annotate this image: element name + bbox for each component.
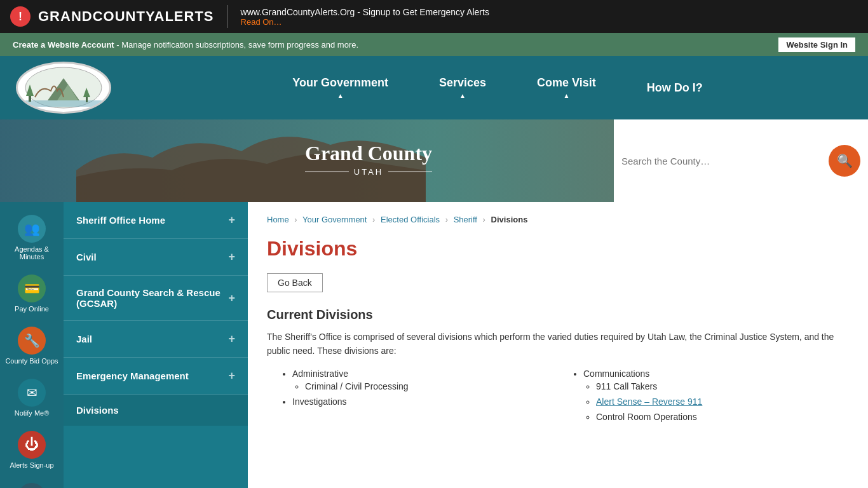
expand-icon: + — [228, 214, 235, 227]
agendas-icon: 👥 — [18, 215, 46, 243]
notify-me-icon: ✉ — [18, 379, 46, 407]
search-icon: 🔍 — [837, 153, 853, 168]
grand-county-divider: UTAH — [305, 167, 432, 177]
expand-icon: + — [228, 292, 235, 305]
list-item: Criminal / Civil Processing — [305, 381, 545, 391]
alert-title: GRANDCOUNTYALERTS — [38, 8, 214, 25]
sidebar-item-sheriff-office-home[interactable]: Sheriff Office Home + — [64, 202, 248, 239]
list-item: 911 Call Takers — [596, 381, 836, 391]
grand-county-badge: Grand County UTAH — [305, 142, 432, 179]
expand-icon: + — [228, 369, 235, 383]
sidebar-item-jobs[interactable]: ⚙ Jobs — [1, 477, 62, 488]
breadcrumb-current: Divisions — [491, 215, 528, 224]
logo-oval — [16, 62, 111, 114]
banner-area: Grand County UTAH 🔍 — [0, 119, 868, 202]
sidebar-item-jail[interactable]: Jail + — [64, 321, 248, 358]
alert-bar: ! GRANDCOUNTYALERTS www.GrandCountyAlert… — [0, 0, 868, 33]
county-bid-label: County Bid Opps — [5, 357, 58, 365]
list-item: Control Room Operations — [596, 412, 836, 422]
nav-sidebar: Sheriff Office Home + Civil + Grand Coun… — [64, 202, 248, 488]
divisions-col-right: Communications 911 Call Takers Alert Sen… — [558, 369, 849, 427]
alert-icon: ! — [10, 6, 31, 27]
svg-rect-3 — [25, 100, 102, 107]
sidebar-item-agendas-minutes[interactable]: 👥 Agendas & Minutes — [1, 208, 62, 267]
expand-icon: + — [228, 250, 235, 264]
alert-read-on[interactable]: Read On… — [241, 17, 489, 27]
main-layout: 👥 Agendas & Minutes 💳 Pay Online 🔧 Count… — [0, 202, 868, 488]
jobs-icon: ⚙ — [18, 483, 46, 488]
exclamation-icon: ! — [18, 10, 22, 24]
list-item: Communications 911 Call Takers Alert Sen… — [583, 369, 836, 422]
breadcrumb-home[interactable]: Home — [267, 215, 289, 224]
breadcrumb-elected-officials[interactable]: Elected Officials — [381, 215, 440, 224]
divisions-list: Administrative Criminal / Civil Processi… — [267, 369, 849, 427]
notify-me-label: Notify Me® — [15, 409, 50, 417]
breadcrumb-separator: › — [445, 215, 448, 224]
section-description: The Sheriff's Office is comprised of sev… — [267, 330, 849, 358]
pay-online-label: Pay Online — [15, 305, 49, 313]
alert-sense-link[interactable]: Alert Sense – Reverse 911 — [596, 396, 702, 407]
agendas-label: Agendas & Minutes — [15, 245, 49, 261]
create-account-text: Create a Website Account - Manage notifi… — [13, 40, 358, 50]
alerts-label: Alerts Sign-up — [10, 461, 53, 469]
sidebar-item-divisions[interactable]: Divisions — [64, 395, 248, 426]
search-input[interactable] — [621, 156, 829, 166]
breadcrumb-your-government[interactable]: Your Government — [302, 215, 367, 224]
sidebar-item-county-bid-opps[interactable]: 🔧 County Bid Opps — [1, 320, 62, 371]
nav-how-do-i[interactable]: How Do I? — [621, 56, 728, 119]
breadcrumb-separator: › — [372, 215, 375, 224]
breadcrumb: Home › Your Government › Elected Officia… — [267, 215, 849, 224]
pay-online-icon: 💳 — [18, 274, 46, 302]
chevron-down-icon: ▲ — [563, 92, 569, 99]
search-box: 🔍 — [614, 119, 868, 202]
page-title: Divisions — [267, 237, 849, 261]
icon-sidebar: 👥 Agendas & Minutes 💳 Pay Online 🔧 Count… — [0, 202, 64, 488]
nav-your-government[interactable]: Your Government ▲ — [267, 56, 414, 119]
list-item: Alert Sense – Reverse 911 — [596, 396, 836, 407]
content-area: Home › Your Government › Elected Officia… — [248, 202, 868, 488]
nav-services[interactable]: Services ▲ — [414, 56, 512, 119]
sidebar-item-emergency-management[interactable]: Emergency Management + — [64, 358, 248, 395]
breadcrumb-separator: › — [483, 215, 485, 224]
sidebar-item-civil[interactable]: Civil + — [64, 239, 248, 276]
main-nav: Your Government ▲ Services ▲ Come Visit … — [0, 56, 868, 119]
grand-county-title: Grand County — [305, 142, 432, 165]
chevron-down-icon: ▲ — [459, 92, 466, 99]
current-divisions-title: Current Divisions — [267, 308, 849, 322]
alert-divider — [227, 5, 228, 28]
county-bid-icon: 🔧 — [18, 327, 46, 355]
divisions-col-left: Administrative Criminal / Civil Processi… — [267, 369, 558, 427]
sidebar-item-gcsar[interactable]: Grand County Search & Rescue (GCSAR) + — [64, 276, 248, 321]
sidebar-item-alerts-sign-up[interactable]: ⏻ Alerts Sign-up — [1, 424, 62, 475]
logo[interactable] — [13, 59, 114, 116]
list-item: Investigations — [292, 396, 545, 407]
list-item: Administrative Criminal / Civil Processi… — [292, 369, 545, 391]
chevron-down-icon: ▲ — [337, 92, 344, 99]
expand-icon: + — [228, 332, 235, 346]
search-button[interactable]: 🔍 — [829, 145, 860, 177]
nav-come-visit[interactable]: Come Visit ▲ — [512, 56, 621, 119]
nav-links: Your Government ▲ Services ▲ Come Visit … — [140, 56, 855, 119]
breadcrumb-separator: › — [294, 215, 297, 224]
account-bar: Create a Website Account - Manage notifi… — [0, 33, 868, 56]
alert-text-block: www.GrandCountyAlerts.Org - Signup to Ge… — [241, 7, 489, 27]
sign-in-button[interactable]: Website Sign In — [778, 37, 855, 52]
go-back-button[interactable]: Go Back — [267, 273, 323, 292]
alerts-icon: ⏻ — [18, 431, 46, 459]
sidebar-item-notify-me[interactable]: ✉ Notify Me® — [1, 372, 62, 423]
logo-svg — [22, 65, 105, 110]
breadcrumb-sheriff[interactable]: Sheriff — [454, 215, 477, 224]
sidebar-item-pay-online[interactable]: 💳 Pay Online — [1, 268, 62, 319]
alert-main-text: www.GrandCountyAlerts.Org - Signup to Ge… — [241, 7, 489, 17]
